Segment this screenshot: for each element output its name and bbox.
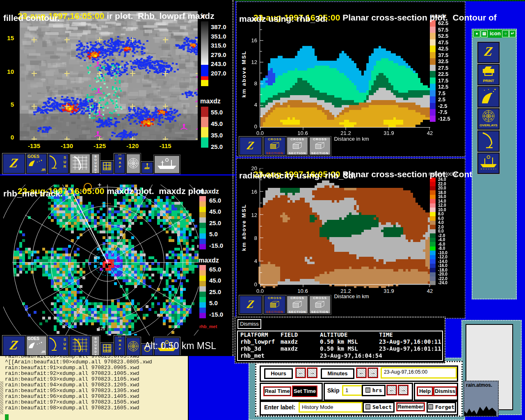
ship-button[interactable] — [154, 155, 180, 174]
cross-section-button-3[interactable]: CROSS SECTION — [309, 295, 331, 314]
cross-section-button-1[interactable]: CROSS SECTION — [264, 137, 286, 155]
grid-button[interactable] — [100, 343, 114, 356]
skip-forward-button[interactable]: → — [398, 385, 409, 395]
print-button[interactable]: PRINT — [477, 64, 500, 85]
palette-titlebar[interactable]: ● ▤ icon ○ ↵ — [472, 30, 516, 38]
buoy-button[interactable] — [141, 162, 153, 174]
x-tick: 10.6 — [292, 288, 313, 294]
plot-annotation-circle — [84, 183, 92, 191]
map-button[interactable]: *'* MAP — [114, 153, 126, 174]
window-menu-button[interactable]: ● — [473, 30, 480, 37]
zeb-logo-button[interactable]: Z — [2, 153, 25, 174]
set-time-button[interactable]: Set Time — [292, 386, 317, 397]
color-swatch — [199, 270, 206, 276]
bounds-button[interactable]: BOUNDS — [91, 336, 100, 356]
color-swatch — [199, 302, 206, 308]
window-iconify-button[interactable]: ○ — [502, 30, 509, 37]
label-input[interactable]: History Mode — [299, 402, 363, 413]
overlays-button[interactable]: OVERLAYS — [477, 108, 500, 130]
satellite-button[interactable] — [477, 86, 500, 107]
radar-grid-button[interactable] — [69, 153, 91, 174]
y-tick: 16 — [248, 189, 257, 195]
window-title-line2: filled contour. — [3, 13, 60, 23]
terminal-scrollbar[interactable] — [0, 381, 3, 414]
zeb-z-icon: Z — [2, 336, 25, 354]
surveillance-radar-button[interactable]: SUR — [48, 336, 69, 356]
y-tick: 8 — [248, 80, 257, 87]
x-tick: -125 — [90, 142, 110, 149]
cross-section-button-2[interactable]: CROSS SECTION — [286, 295, 308, 314]
cross-section-cube-icon — [290, 300, 304, 308]
window-close-button[interactable]: ↵ — [509, 30, 516, 37]
overlays-web-button[interactable] — [126, 153, 141, 174]
color-swatch — [430, 281, 436, 285]
goes-ir-button[interactable]: GOES .IR — [26, 336, 47, 356]
dismiss-button[interactable]: Dismiss — [237, 319, 261, 329]
skip-input[interactable]: 1 — [342, 385, 363, 396]
real-time-button[interactable]: Real Time — [263, 386, 291, 396]
y-tick: 12 — [248, 59, 257, 65]
colorbar-value: 25.0 — [209, 219, 223, 231]
window-rain-atmos-icon[interactable]: rain.atmos. — [463, 381, 499, 417]
y-tick: 0 — [248, 281, 257, 288]
ir-label: .IR — [27, 168, 46, 172]
colorbar-value: -2.5 — [438, 103, 450, 110]
colorbar-value: 5.0 — [209, 231, 223, 242]
colorbar2-values: 65.045.025.05.0-15.0 — [209, 266, 223, 322]
time-input[interactable]: 23-Aug-97,16:05:00 — [381, 367, 457, 379]
cross-section-button-2[interactable]: CROSS SECTION — [286, 137, 308, 155]
hours-back-button[interactable]: ← — [295, 368, 306, 378]
table-cell: rhb_3d — [240, 345, 261, 352]
section-label: SECTION — [287, 151, 308, 155]
zeb-z-icon: Z — [239, 137, 262, 154]
hours-forward-button[interactable]: → — [307, 368, 317, 378]
terminal-window[interactable]: rain:beaufait:89>xdump.all 970823.0705.x… — [0, 355, 189, 420]
y-axis-label: km above MSL — [241, 39, 247, 109]
select-menu-button[interactable]: Select — [363, 402, 395, 413]
radar-ppi-plot[interactable] — [3, 185, 199, 336]
radar-button[interactable] — [477, 130, 500, 152]
skip-back-button[interactable]: ← — [386, 385, 397, 395]
zeb-logo-button[interactable]: Z — [477, 42, 500, 63]
table-rows: rhb_lowprfmaxdz0.50 km MSL23-Aug-97,16:0… — [238, 338, 442, 359]
window-list-button[interactable]: ▤ — [481, 30, 488, 37]
colorbar-maxdz-segments — [201, 107, 208, 148]
window-border — [233, 0, 233, 174]
title-text: maxdz plot. maxdz plot. — [104, 186, 206, 196]
colorbar-value: 65.0 — [209, 266, 223, 277]
zeb-logo-button[interactable]: Z — [239, 295, 262, 314]
color-swatch — [430, 255, 436, 259]
surveillance-radar-button[interactable]: SUR — [48, 153, 69, 174]
radar-dish-icon — [480, 131, 497, 149]
zeb-logo-button[interactable]: Z — [2, 336, 25, 356]
overlays-web-button[interactable] — [126, 337, 141, 356]
cross-section-button-1[interactable]: CROSS SECTION — [264, 295, 286, 314]
grid-button[interactable] — [100, 161, 114, 174]
overlays-web-icon — [482, 109, 495, 123]
minutes-forward-button[interactable]: → — [368, 368, 378, 378]
skip-units-menu-button[interactable]: hrs — [362, 385, 386, 396]
minutes-back-button[interactable]: ← — [356, 368, 367, 378]
goes-ir-button[interactable]: GOES .IR — [26, 153, 47, 174]
colorbar-ir-values: 387.0351.0315.0279.0243.0207.0 — [211, 23, 226, 78]
radar-grid-button[interactable] — [69, 336, 91, 356]
minutes-button[interactable]: Minutes — [321, 368, 354, 379]
cross-section-button-3[interactable]: CROSS SECTION — [309, 137, 331, 155]
colorbar-value: 27.5 — [438, 65, 450, 71]
bounds-button[interactable]: BOUNDS — [91, 153, 100, 174]
maxdz-cross-section-plot[interactable] — [258, 19, 431, 131]
dismiss-button[interactable]: Dismiss — [433, 386, 457, 396]
cross-section-cube-icon — [268, 142, 282, 150]
remember-button[interactable]: Remember — [396, 402, 425, 411]
help-button[interactable]: Help — [417, 386, 433, 396]
plot-annotation-cross: + — [98, 181, 101, 189]
altitude-readout: Alt: 0.50 km MSL — [144, 340, 216, 352]
forget-menu-button[interactable]: Forget — [427, 402, 456, 413]
hours-button[interactable]: Hours — [264, 368, 293, 379]
ship-button[interactable] — [477, 153, 500, 174]
zeb-logo-button[interactable]: Z — [239, 137, 262, 155]
column-header: FIELD — [281, 331, 298, 338]
map-button[interactable]: *'* MAP — [114, 336, 126, 356]
x-tick: 10.6 — [292, 130, 313, 136]
color-swatch — [199, 281, 206, 286]
